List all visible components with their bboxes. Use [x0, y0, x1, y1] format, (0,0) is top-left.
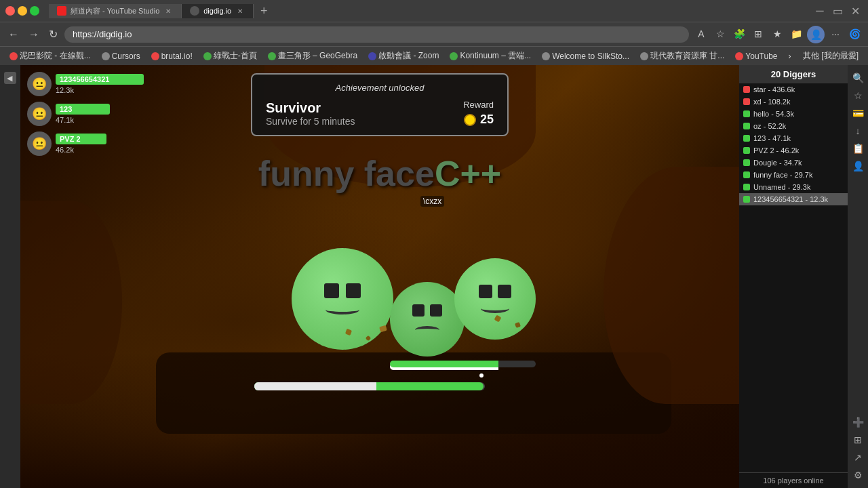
collections-icon[interactable]: 📁	[788, 26, 804, 42]
mouth-3-smile	[481, 304, 509, 313]
bookmark-greenfighter[interactable]: 綠戰士-首頁	[199, 49, 261, 63]
bookmark-zoom[interactable]: 啟動會議 - Zoom	[364, 49, 443, 63]
reward-amount: 25	[464, 113, 494, 127]
score-entry-1: 😐 123 47.1k	[27, 102, 144, 126]
bookmark-silkstore[interactable]: Welcome to SilkSto...	[538, 50, 633, 62]
extension-back-icon[interactable]: ◀	[3, 70, 18, 85]
maximize-button[interactable]	[30, 6, 39, 16]
tab-label-2: digdig.io	[203, 7, 231, 15]
bookmark-mudcinema[interactable]: 泥巴影院 - 在線觀...	[5, 49, 95, 63]
tab-close-2[interactable]: ✕	[235, 6, 245, 16]
sidebar-add-icon[interactable]: ➕	[850, 415, 865, 430]
window-controls[interactable]	[5, 6, 39, 16]
tab-digdig[interactable]: digdig.io ✕	[182, 4, 254, 18]
score-bar-1: 123	[56, 104, 110, 115]
tab-youtube-studio[interactable]: 頻道內容 - YouTube Studio ✕	[49, 4, 182, 18]
digger-name-2: hello - 54.3k	[753, 110, 844, 118]
score-bar-wrap-0: 123456654321 12.3k	[56, 74, 144, 94]
favorites-icon[interactable]: ★	[769, 26, 785, 42]
score-num-1: 47.1k	[56, 116, 110, 124]
bookmark-icon-3	[203, 52, 212, 60]
digger-dot-7	[743, 171, 750, 178]
digger-dot-3	[743, 123, 750, 129]
digger-name-4: 123 - 47.1k	[753, 134, 844, 142]
game-area[interactable]: Achievement unlocked Survivor Survive fo…	[20, 65, 739, 488]
digger-name-8: Unnamed - 29.3k	[753, 183, 844, 191]
digger-name-7: funny face - 29.7k	[753, 171, 844, 179]
digger-name-3: oz - 52.2k	[753, 122, 844, 130]
tab-sync-icon[interactable]: ⊞	[750, 26, 766, 42]
eye-3-right	[498, 285, 511, 298]
achievement-content: Survivor Survive for 5 minutes Reward 25	[266, 100, 494, 127]
cave-left-wall	[20, 201, 122, 404]
score-num-2: 46.2k	[56, 146, 106, 154]
left-extension-sidebar: ◀	[0, 65, 20, 488]
bookmark-star-icon[interactable]: ☆	[712, 26, 728, 42]
bookmark-icon-9	[735, 52, 743, 60]
bookmark-kontinuum[interactable]: Kontinuum – 雲端...	[446, 49, 535, 63]
bookmark-geogebra[interactable]: 畫三角形 – GeoGebra	[264, 49, 361, 63]
content-area: ◀ Achievement unlocked Survivor Survive …	[0, 65, 868, 488]
sidebar-history-icon[interactable]: ↓	[850, 123, 865, 138]
bookmark-icon-0	[9, 52, 18, 60]
forward-button[interactable]: →	[26, 27, 42, 42]
close-window[interactable]: ✕	[848, 3, 863, 18]
digger-dot-5	[743, 147, 750, 154]
players-online: 106 players online	[739, 472, 848, 488]
right-browser-sidebar: 🔍 ☆ 💳 ↓ 📋 👤 ➕ ⊞ ↗ ⚙	[848, 65, 868, 488]
reader-mode-icon[interactable]: A	[693, 26, 709, 42]
bookmark-cursors[interactable]: Cursors	[98, 50, 144, 62]
score-bar-2: PVZ 2	[56, 134, 106, 144]
restore-window[interactable]: ▭	[830, 3, 845, 18]
health-bar-2-green	[390, 361, 498, 367]
bookmark-other[interactable]: 其他 [我的最愛]	[799, 49, 863, 63]
bookmark-youtube[interactable]: YouTube	[731, 50, 781, 62]
bookmark-more[interactable]: ›	[784, 50, 795, 62]
extension-icon[interactable]: 🧩	[731, 26, 747, 42]
digger-entry-7: funny face - 29.7k	[739, 169, 848, 181]
refresh-button[interactable]: ↻	[46, 26, 60, 42]
sidebar-external-icon[interactable]: ↗	[850, 450, 865, 465]
sidebar-collections-icon[interactable]: 📋	[850, 141, 865, 156]
sidebar-star-icon[interactable]: ☆	[850, 88, 865, 103]
bookmark-icon-7	[542, 52, 550, 60]
minimize-window[interactable]: ─	[812, 3, 827, 18]
nav-action-icons: A ☆ 🧩 ⊞ ★ 📁 👤 ··· 🌀	[693, 26, 863, 43]
mouth-1-smile	[326, 305, 359, 314]
sidebar-settings-icon[interactable]: ⚙	[850, 468, 865, 483]
bookmarks-bar: 泥巴影院 - 在線觀... Cursors brutal.io! 綠戰士-首頁 …	[0, 46, 868, 65]
sidebar-profile-icon[interactable]: 👤	[850, 159, 865, 174]
profile-icon[interactable]: 👤	[807, 26, 825, 43]
username-label: \cxzx	[420, 196, 444, 207]
svg-text:◀: ◀	[7, 74, 13, 82]
edge-icon[interactable]: 🌀	[846, 26, 863, 42]
bookmark-icon-4	[268, 52, 276, 60]
youtube-favicon	[57, 6, 66, 16]
more-menu-icon[interactable]: ···	[827, 26, 844, 42]
digger-name-6: Dougie - 34.7k	[753, 159, 844, 167]
url-bar[interactable]	[64, 26, 689, 43]
back-button[interactable]: ←	[5, 27, 22, 42]
digger-dot-1	[743, 98, 750, 105]
bookmark-brutalio[interactable]: brutal.io!	[147, 50, 197, 62]
character-1	[292, 248, 393, 350]
sidebar-search-icon[interactable]: 🔍	[850, 70, 865, 85]
new-tab-button[interactable]: +	[254, 4, 274, 18]
tab-close-1[interactable]: ✕	[163, 6, 173, 16]
digger-dot-4	[743, 135, 750, 142]
bookmark-icon-6	[450, 52, 458, 60]
character-3	[454, 258, 536, 340]
minimize-button[interactable]	[18, 6, 27, 16]
avatar-0: 😐	[27, 72, 52, 96]
avatar-1: 😐	[27, 102, 52, 126]
bookmark-icon-5	[368, 52, 376, 60]
digger-entry-0: star - 436.6k	[739, 83, 848, 96]
reward-coin-icon	[464, 114, 476, 126]
score-bar-wrap-2: PVZ 2 46.2k	[56, 134, 106, 154]
achievement-unlocked-text: Achievement unlocked	[336, 83, 425, 93]
sidebar-split-icon[interactable]: ⊞	[850, 432, 865, 447]
close-button[interactable]	[5, 6, 15, 16]
sidebar-wallet-icon[interactable]: 💳	[850, 106, 865, 121]
bookmark-modernedu[interactable]: 現代教育資源庫 甘...	[636, 49, 728, 63]
score-num-0: 12.3k	[56, 86, 144, 94]
